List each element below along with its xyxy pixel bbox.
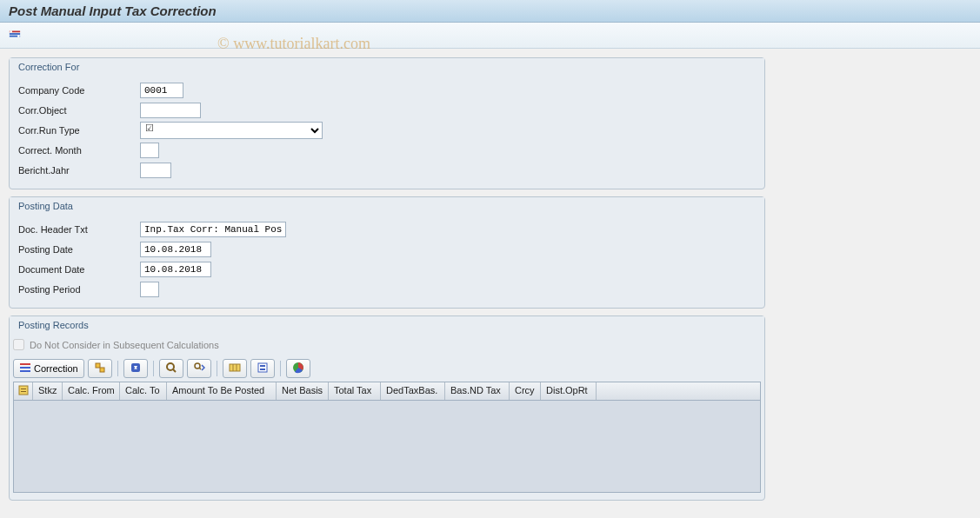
correction-button-label: Correction: [34, 363, 78, 374]
col-calc-from[interactable]: Calc. From: [63, 382, 120, 400]
col-calc-to[interactable]: Calc. To: [120, 382, 167, 400]
group-title: Posting Data: [10, 197, 764, 215]
posting-period-field[interactable]: [140, 282, 159, 297]
layout-button[interactable]: [223, 359, 247, 378]
posting-date-field[interactable]: [140, 242, 211, 257]
group-posting-data: Posting Data Doc. Header Txt Posting Dat…: [9, 196, 765, 309]
select-all-header[interactable]: [14, 382, 33, 400]
svg-rect-7: [20, 370, 30, 372]
label-posting-period: Posting Period: [18, 284, 140, 295]
graphic-button[interactable]: [286, 359, 310, 378]
records-toolbar: Correction: [10, 355, 764, 382]
table-body-empty: [14, 401, 760, 492]
export-icon: [257, 362, 269, 375]
svg-rect-20: [260, 369, 265, 370]
app-toolbar: [0, 23, 980, 49]
svg-line-12: [173, 369, 176, 372]
svg-rect-5: [20, 363, 30, 365]
title-bar: Post Manual Input Tax Correction: [0, 0, 980, 23]
group-title: Correction For: [10, 58, 764, 76]
col-dist-oprt[interactable]: Dist.OpRt: [541, 382, 597, 400]
label-doc-header-txt: Doc. Header Txt: [18, 224, 140, 235]
table-header-row: Stkz Calc. From Calc. To Amount To Be Po…: [14, 382, 760, 401]
svg-rect-15: [230, 364, 240, 371]
col-crcy[interactable]: Crcy: [510, 382, 541, 400]
col-amount-posted[interactable]: Amount To Be Posted: [167, 382, 277, 400]
corr-object-field[interactable]: [140, 103, 201, 118]
group-title: Posting Records: [10, 316, 764, 334]
svg-rect-8: [96, 363, 100, 368]
svg-point-11: [167, 363, 174, 370]
content-area: Correction For Company Code Corr.Object …: [0, 49, 980, 516]
svg-rect-18: [258, 363, 267, 372]
correction-button[interactable]: Correction: [13, 359, 84, 378]
svg-rect-1: [10, 33, 20, 35]
svg-line-14: [199, 368, 201, 369]
do-not-consider-checkbox: [13, 339, 24, 350]
col-total-tax[interactable]: Total Tax: [329, 382, 381, 400]
schedule-icon[interactable]: [9, 28, 23, 40]
separator: [153, 361, 154, 376]
chart-icon: [292, 362, 304, 375]
records-table: Stkz Calc. From Calc. To Amount To Be Po…: [13, 382, 761, 493]
svg-rect-22: [19, 386, 28, 395]
page-title: Post Manual Input Tax Correction: [9, 3, 971, 18]
col-net-basis[interactable]: Net Basis: [277, 382, 329, 400]
find-icon: [165, 362, 177, 375]
label-document-date: Document Date: [18, 264, 140, 275]
sort-button[interactable]: [123, 359, 148, 378]
svg-point-3: [10, 30, 12, 33]
svg-rect-23: [21, 388, 26, 389]
company-code-field[interactable]: [140, 83, 183, 98]
label-corr-object: Corr.Object: [18, 105, 140, 116]
sort-icon: [130, 362, 142, 375]
label-bericht-jahr: Bericht.Jahr: [18, 165, 140, 176]
select-column-icon: [17, 384, 30, 396]
export-button[interactable]: [250, 359, 275, 378]
find-next-button[interactable]: [187, 359, 211, 378]
bericht-jahr-field[interactable]: [140, 163, 171, 178]
find-button[interactable]: [159, 359, 183, 378]
label-corr-run-type: Corr.Run Type: [18, 125, 140, 136]
col-stkz[interactable]: Stkz: [33, 382, 63, 400]
doc-header-txt-field[interactable]: [140, 222, 286, 237]
label-posting-date: Posting Date: [18, 244, 140, 255]
col-dedtaxbas[interactable]: DedTaxBas.: [381, 382, 445, 400]
find-next-icon: [193, 362, 205, 375]
separator: [117, 361, 118, 376]
detail-icon: [94, 362, 106, 375]
corr-run-type-select[interactable]: [140, 122, 323, 139]
document-date-field[interactable]: [140, 262, 211, 277]
svg-point-4: [17, 35, 20, 37]
separator: [217, 361, 217, 376]
label-company-code: Company Code: [18, 85, 140, 96]
group-posting-records: Posting Records Do Not Consider in Subse…: [9, 315, 765, 501]
col-bas-nd-tax[interactable]: Bas.ND Tax: [445, 382, 510, 400]
svg-rect-19: [260, 365, 265, 367]
svg-rect-9: [100, 368, 104, 372]
correction-icon: [19, 362, 31, 375]
svg-rect-6: [20, 367, 30, 369]
svg-rect-24: [21, 391, 26, 392]
group-correction-for: Correction For Company Code Corr.Object …: [9, 57, 765, 189]
checkbox-label: Do Not Consider in Subsequent Calculatio…: [30, 340, 219, 350]
detail-button[interactable]: [88, 359, 112, 378]
separator: [280, 361, 281, 376]
layout-icon: [229, 362, 241, 375]
label-correct-month: Correct. Month: [18, 145, 140, 156]
correct-month-field[interactable]: [140, 143, 159, 158]
